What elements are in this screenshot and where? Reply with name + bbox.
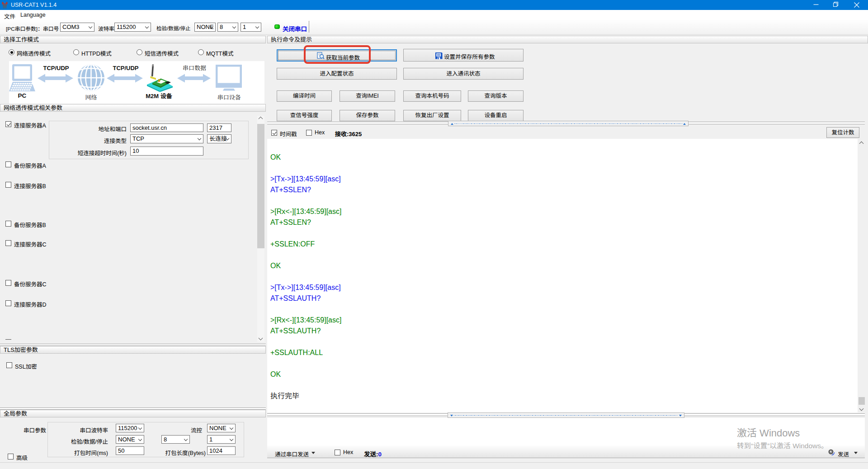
svg-text:TCP/UDP: TCP/UDP <box>113 65 138 71</box>
svg-text:PC: PC <box>18 92 27 99</box>
svg-text:M2M 设备: M2M 设备 <box>146 93 173 99</box>
svg-text:网络: 网络 <box>85 94 97 101</box>
svg-text:TCP/UDP: TCP/UDP <box>43 65 69 71</box>
svg-text:串口设备: 串口设备 <box>217 94 241 101</box>
svg-text:串口数据: 串口数据 <box>183 65 206 71</box>
